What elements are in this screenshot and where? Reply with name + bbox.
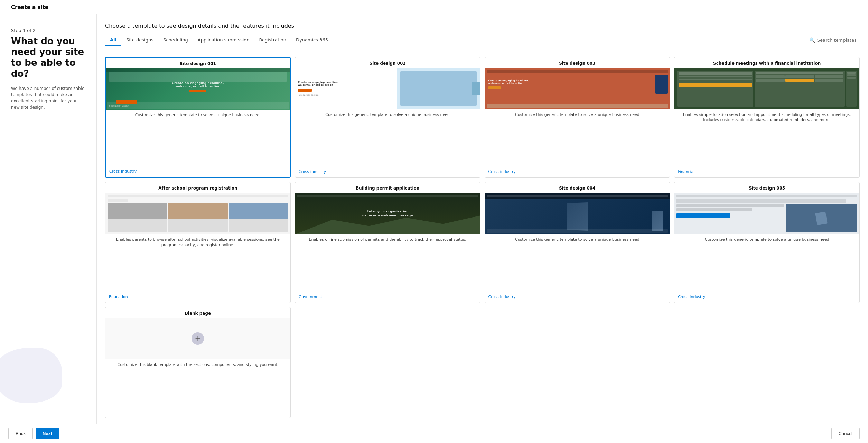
template-card-after-school[interactable]: After school program registration: [105, 182, 291, 303]
template-card-site-design-003[interactable]: Site design 003 Create an engaging headl…: [485, 57, 670, 178]
templates-grid: Site design 001 Create an engaging headl…: [105, 57, 860, 424]
next-button[interactable]: Next: [36, 428, 59, 439]
card-thumbnail: [674, 68, 859, 109]
card-title: Site design 001: [106, 58, 290, 68]
tab-site-designs[interactable]: Site designs: [121, 35, 158, 46]
tab-application-submission[interactable]: Application submission: [193, 35, 254, 46]
card-tag: Financial: [674, 167, 859, 177]
section-header: Choose a template to see design details …: [105, 22, 860, 52]
step-indicator: Step 1 of 2: [11, 28, 85, 33]
card-title: Site design 004: [485, 182, 670, 193]
card-description: Customize this generic template to solve…: [485, 109, 670, 167]
decorative-blob: [0, 348, 62, 403]
card-thumbnail: [674, 193, 859, 234]
card-thumbnail: [105, 193, 290, 234]
card-tag: [105, 412, 290, 418]
card-description: Customize this generic template to solve…: [674, 234, 859, 292]
card-tag: Cross-industry: [674, 293, 859, 303]
card-thumbnail: Create an engaging headline,welcome, or …: [485, 68, 670, 109]
search-label: Search templates: [817, 38, 857, 43]
card-thumbnail: Create an engaging headline,welcome, or …: [295, 68, 480, 109]
card-title: Site design 003: [485, 57, 670, 68]
card-description: Enables simple location selection and ap…: [674, 109, 859, 167]
search-icon: 🔍: [809, 37, 815, 43]
template-card-blank-page[interactable]: Blank page + Customize this blank templa…: [105, 307, 291, 418]
card-tag: Cross-industry: [295, 167, 480, 177]
page-title: Create a site: [0, 0, 868, 14]
tabs-list: All Site designs Scheduling Application …: [105, 35, 806, 46]
card-thumbnail: Enter your organizationname or a welcome…: [295, 193, 480, 234]
section-description: Choose a template to see design details …: [105, 22, 860, 29]
card-tag: Cross-industry: [106, 167, 290, 177]
template-card-site-design-004[interactable]: Site design 004 Customize this generic t…: [485, 182, 670, 303]
tab-dynamics-365[interactable]: Dynamics 365: [291, 35, 333, 46]
footer-nav: Back Next: [8, 428, 59, 439]
template-card-building-permit[interactable]: Building permit application Enter your o…: [295, 182, 480, 303]
card-tag: Education: [105, 293, 290, 303]
template-card-site-design-001[interactable]: Site design 001 Create an engaging headl…: [105, 57, 291, 178]
card-title: After school program registration: [105, 182, 290, 193]
card-tag: Government: [295, 293, 480, 303]
card-title: Schedule meetings with a financial insti…: [674, 57, 859, 68]
card-description: Customize this generic template to solve…: [295, 109, 480, 167]
card-description: Enables parents to browse after school a…: [105, 234, 290, 292]
main-description: We have a number of customizable templat…: [11, 85, 85, 110]
card-title: Building permit application: [295, 182, 480, 193]
card-description: Customize this generic template to solve…: [485, 234, 670, 292]
template-card-schedule-meetings[interactable]: Schedule meetings with a financial insti…: [674, 57, 860, 178]
footer-bar: Back Next Cancel: [0, 424, 868, 443]
card-thumbnail: Create an engaging headline,welcome, or …: [106, 68, 290, 110]
main-heading: What do you need your site to be able to…: [11, 36, 85, 79]
card-description: Enables online submission of permits and…: [295, 234, 480, 292]
card-description: Customize this blank template with the s…: [105, 359, 290, 412]
card-title: Site design 002: [295, 57, 480, 68]
tab-all[interactable]: All: [105, 35, 121, 46]
cancel-button[interactable]: Cancel: [831, 428, 860, 439]
template-card-site-design-005[interactable]: Site design 005 Cu: [674, 182, 860, 303]
template-card-site-design-002[interactable]: Site design 002 Create an engaging headl…: [295, 57, 480, 178]
back-button[interactable]: Back: [8, 428, 33, 439]
card-tag: Cross-industry: [485, 293, 670, 303]
tab-registration[interactable]: Registration: [254, 35, 291, 46]
search-templates-button[interactable]: 🔍 Search templates: [806, 36, 860, 45]
tab-scheduling[interactable]: Scheduling: [158, 35, 193, 46]
tabs-row: All Site designs Scheduling Application …: [105, 35, 860, 46]
card-thumbnail: [485, 193, 670, 234]
card-thumbnail: +: [105, 318, 290, 359]
card-title: Site design 005: [674, 182, 859, 193]
card-tag: Cross-industry: [485, 167, 670, 177]
card-title: Blank page: [105, 307, 290, 318]
left-panel: Step 1 of 2 What do you need your site t…: [0, 14, 97, 424]
plus-icon: +: [192, 332, 204, 345]
card-description: Customize this generic template to solve…: [106, 110, 290, 167]
right-panel: Choose a template to see design details …: [97, 14, 868, 424]
